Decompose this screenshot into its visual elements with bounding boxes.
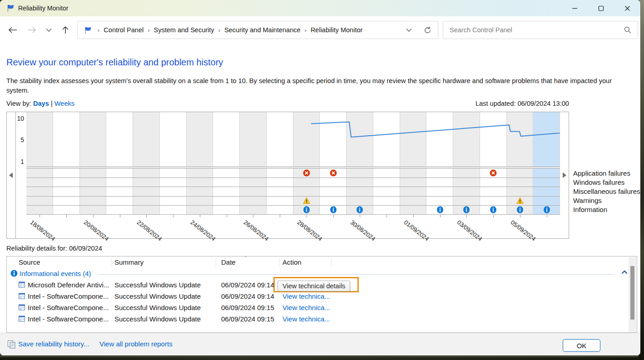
search-input[interactable]	[450, 26, 624, 34]
ok-button[interactable]: OK	[563, 339, 600, 352]
table-row-2[interactable]: Intel - SoftwareCompone...Successful Win…	[7, 302, 637, 313]
cell-summary: Successful Windows Update	[114, 281, 214, 289]
column-header-summary[interactable]: Summary	[114, 258, 144, 266]
breadcrumb: ›Control Panel›System and Security›Secur…	[77, 21, 438, 39]
cell-date: 06/09/2024 09:15	[221, 315, 278, 323]
save-reliability-history-link[interactable]: Save reliability history...	[18, 340, 89, 348]
automation-highlight-box: View technical details	[273, 277, 359, 292]
footer-bar: Save reliability history... View all pro…	[0, 333, 640, 355]
date-label-22-08-2024: 22/08/2024	[136, 219, 163, 242]
error-icon-04-09-2024[interactable]	[490, 169, 497, 177]
view-by-days-link[interactable]: Days	[33, 100, 49, 107]
maximize-button[interactable]	[588, 0, 614, 16]
info-icon-06-09-2024[interactable]	[543, 206, 550, 213]
back-arrow-icon	[8, 26, 18, 34]
table-row-1[interactable]: Intel - SoftwareCompone...Successful Win…	[7, 291, 637, 302]
minimize-button[interactable]	[561, 0, 588, 16]
date-label-03-09-2024: 03/09/2024	[456, 219, 484, 242]
view-technical-details-link[interactable]: View technica...	[282, 304, 330, 311]
info-icon-30-08-2024[interactable]	[356, 206, 363, 213]
view-technical-details-link[interactable]: View technica...	[282, 292, 330, 300]
breadcrumb-separator: ›	[218, 27, 220, 34]
cell-summary: Successful Windows Update	[114, 304, 214, 311]
breadcrumb-separator: ›	[148, 27, 149, 34]
date-label-28-08-2024: 28/08/2024	[296, 219, 324, 242]
info-icon-05-09-2024[interactable]	[516, 206, 524, 213]
chart-plot-area[interactable]	[26, 112, 560, 214]
page-title: Review your computer's reliability and p…	[6, 57, 223, 68]
column-header-date[interactable]: Date	[221, 258, 236, 266]
breadcrumb-item-1[interactable]: System and Security	[154, 26, 214, 34]
info-icon	[10, 270, 18, 277]
view-technical-details-button[interactable]: View technical details	[277, 281, 350, 291]
info-icon-29-08-2024[interactable]	[330, 206, 337, 213]
info-icon-03-09-2024[interactable]	[463, 206, 470, 213]
warning-icon-05-09-2024[interactable]	[516, 197, 524, 204]
collapse-chevron-icon[interactable]	[621, 270, 628, 274]
breadcrumb-dropdown-icon[interactable]	[406, 28, 412, 32]
breadcrumb-separator: ›	[98, 27, 99, 34]
close-button[interactable]	[614, 0, 640, 16]
reliability-flag-icon	[6, 4, 15, 12]
chart-right-arrow-icon	[563, 173, 566, 178]
search-icon[interactable]	[624, 26, 631, 34]
column-header-action[interactable]: Action	[282, 258, 302, 266]
stability-chart: 10 5 1 18/08/202420/08/202422/08/202424/…	[6, 112, 569, 239]
view-technical-details-link[interactable]: View technica...	[282, 315, 330, 323]
error-icon-28-08-2024[interactable]	[303, 169, 310, 177]
group-label[interactable]: Informational events (4)	[20, 270, 91, 277]
date-label-18-08-2024: 18/08/2024	[29, 219, 57, 242]
view-by-weeks-link[interactable]: Weeks	[54, 100, 74, 107]
y-axis-tick-5: 5	[15, 136, 24, 143]
chart-scroll-right[interactable]	[560, 112, 569, 238]
table-row-0[interactable]: Microsoft Defender Antivi...Successful W…	[7, 279, 637, 291]
column-header-source[interactable]: Source	[19, 258, 40, 266]
chart-section-divider	[26, 167, 560, 168]
sort-ascending-icon: ˆ	[245, 256, 247, 261]
table-scrollbar[interactable]	[629, 257, 636, 332]
date-label-26-08-2024: 26/08/2024	[243, 219, 270, 242]
search-box	[443, 21, 638, 39]
window-title: Reliability Monitor	[18, 5, 68, 12]
back-button[interactable]	[5, 23, 20, 37]
table-row-3[interactable]: Intel - SoftwareCompone...Successful Win…	[7, 313, 637, 325]
view-all-problem-reports-link[interactable]: View all problem reports	[99, 340, 173, 348]
date-label-01-09-2024: 01/09/2024	[403, 219, 431, 242]
maximize-icon	[598, 5, 604, 11]
warning-icon-28-08-2024[interactable]	[303, 197, 310, 204]
info-icon-04-09-2024[interactable]	[490, 206, 497, 213]
chart-scroll-left[interactable]	[7, 112, 16, 238]
error-icon-29-08-2024[interactable]	[330, 169, 337, 177]
reliability-flag-icon	[84, 26, 92, 34]
desktop-edge-bottom	[0, 357, 640, 360]
cell-summary: Successful Windows Update	[114, 292, 214, 300]
cell-summary: Successful Windows Update	[114, 315, 214, 323]
forward-button[interactable]	[25, 23, 39, 37]
up-arrow-icon	[62, 25, 69, 35]
up-button[interactable]	[58, 23, 73, 37]
event-source-icon	[19, 316, 25, 324]
cell-source: Intel - SoftwareCompone...	[28, 292, 110, 300]
table-header: Source Summary Date Action ˆ	[7, 256, 637, 268]
breadcrumb-item-2[interactable]: Security and Maintenance	[224, 26, 301, 34]
event-source-icon	[19, 281, 25, 290]
breadcrumb-separator: ›	[305, 27, 307, 34]
cell-source: Intel - SoftwareCompone...	[28, 304, 110, 311]
titlebar: Reliability Monitor	[0, 0, 640, 16]
y-axis-tick-1: 1	[15, 158, 24, 165]
breadcrumb-item-0[interactable]: Control Panel	[104, 26, 144, 34]
legend-item-3: Warnings	[573, 196, 640, 205]
breadcrumb-item-3[interactable]: Reliability Monitor	[311, 26, 362, 34]
info-icon-28-08-2024[interactable]	[303, 206, 310, 213]
last-updated: Last updated: 06/09/2024 13:00	[476, 100, 569, 107]
refresh-icon[interactable]	[424, 26, 431, 34]
legend-item-2: Miscellaneous failures	[573, 187, 640, 196]
chart-date-axis: 18/08/202420/08/202422/08/202424/08/2024…	[26, 214, 560, 238]
info-icon-02-09-2024[interactable]	[436, 206, 444, 213]
details-heading: Reliability details for: 06/09/2024	[6, 245, 102, 252]
date-label-30-08-2024: 30/08/2024	[349, 219, 377, 242]
page-description: The stability index assesses your system…	[6, 76, 629, 95]
chevron-down-icon	[46, 28, 52, 32]
recent-pages-button[interactable]	[44, 23, 54, 37]
table-scrollbar-thumb[interactable]	[630, 266, 634, 320]
